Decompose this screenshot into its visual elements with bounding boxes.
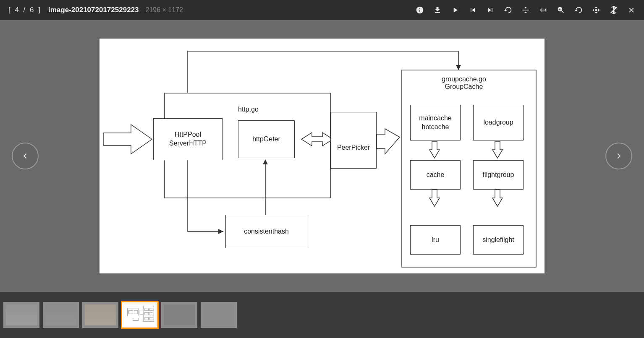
cache-box: cache	[410, 160, 461, 190]
groupcache-label: groupcache.go GroupCache	[442, 75, 486, 91]
loadgroup-box: loadgroup	[473, 105, 524, 140]
image-stage: http.go peers.go groupcache.go GroupCach…	[0, 20, 644, 292]
topbar-actions	[416, 6, 636, 14]
consistenthash-box: consistenthash	[225, 215, 307, 248]
svg-marker-4	[218, 229, 223, 234]
peerpicker-box: PeerPicker	[330, 112, 377, 169]
next-button[interactable]	[605, 143, 632, 169]
actual-size-icon[interactable]	[592, 6, 600, 14]
image-name: image-20210720172529223	[48, 6, 139, 14]
svg-marker-3	[456, 65, 461, 70]
fullscreen-icon[interactable]	[610, 6, 618, 14]
rotate-left-icon[interactable]	[504, 6, 512, 14]
httpgeter-box: httpGeter	[238, 120, 295, 158]
current-image[interactable]: http.go peers.go groupcache.go GroupCach…	[99, 39, 545, 273]
thumbnail-5[interactable]	[161, 302, 197, 328]
topbar: [ 4 / 6 ] image-20210720172529223 2196 ×…	[0, 0, 644, 20]
play-icon[interactable]	[451, 6, 459, 14]
prev-button[interactable]	[12, 143, 39, 169]
thumbnail-strip	[0, 292, 644, 338]
singlefilght-box: singlefilght	[473, 225, 524, 255]
close-icon[interactable]	[627, 6, 636, 14]
peerpicker-label: PeerPicker	[337, 143, 370, 152]
svg-marker-5	[263, 159, 268, 164]
image-dimensions: 2196 × 1172	[146, 6, 183, 14]
topbar-left: [ 4 / 6 ] image-20210720172529223 2196 ×…	[8, 6, 183, 14]
thumbnail-1[interactable]	[3, 302, 39, 328]
image-counter: [ 4 / 6 ]	[8, 6, 42, 14]
zoom-in-icon[interactable]	[557, 6, 565, 14]
thumbnail-2[interactable]	[43, 302, 79, 328]
prev-icon[interactable]	[469, 6, 477, 14]
download-icon[interactable]	[433, 6, 442, 14]
thumbnail-4[interactable]	[122, 302, 158, 328]
lightbox-viewer: [ 4 / 6 ] image-20210720172529223 2196 ×…	[0, 0, 644, 338]
flip-vertical-icon[interactable]	[521, 6, 530, 14]
rotate-right-icon[interactable]	[574, 6, 583, 14]
httpgo-label: http.go	[238, 106, 259, 113]
filghtgroup-box: filghtgroup	[473, 160, 524, 190]
httppool-box: HttPPool ServerHTTP	[153, 118, 223, 160]
lru-box: lru	[410, 225, 461, 255]
thumbnail-6[interactable]	[201, 302, 237, 328]
next-icon[interactable]	[486, 6, 495, 14]
flip-horizontal-icon[interactable]	[539, 6, 547, 14]
maincache-box: maincache hotcache	[410, 105, 461, 140]
info-icon[interactable]	[416, 6, 424, 14]
thumbnail-3[interactable]	[82, 302, 118, 328]
